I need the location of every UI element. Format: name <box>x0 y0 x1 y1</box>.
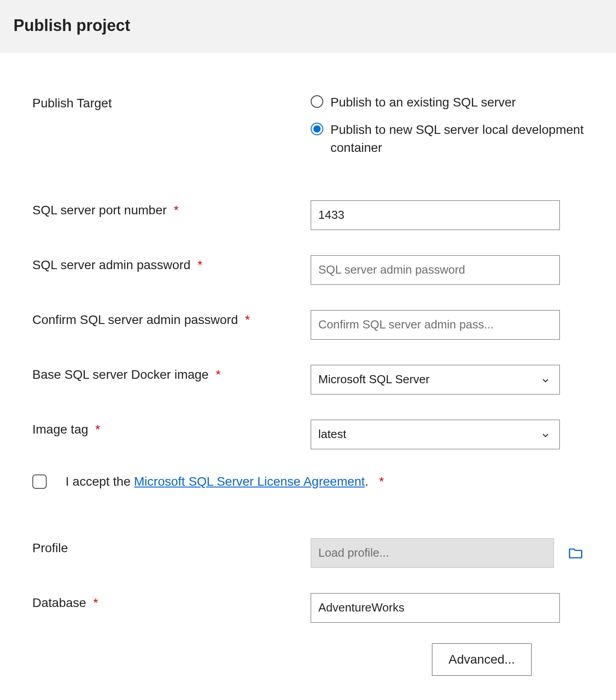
row-confirm-password: Confirm SQL server admin password * <box>32 310 584 340</box>
radio-existing-sql-label: Publish to an existing SQL server <box>330 93 516 112</box>
row-publish-target: Publish Target Publish to an existing SQ… <box>32 93 584 157</box>
label-admin-password: SQL server admin password * <box>32 255 311 272</box>
row-database: Database * <box>32 593 584 623</box>
row-license-accept: I accept the Microsoft SQL Server Licens… <box>32 474 584 489</box>
confirm-password-input[interactable] <box>311 310 560 340</box>
radio-existing-sql[interactable]: Publish to an existing SQL server <box>311 93 584 112</box>
docker-image-selected: Microsoft SQL Server <box>318 372 430 386</box>
license-agreement-link[interactable]: Microsoft SQL Server License Agreement <box>134 474 365 488</box>
license-suffix: . <box>365 474 369 488</box>
row-profile: Profile <box>32 538 584 568</box>
row-advanced: Advanced... <box>432 643 584 676</box>
required-mark: * <box>245 313 250 327</box>
page-title: Publish project <box>13 16 603 35</box>
dialog-header: Publish project <box>0 0 616 53</box>
label-admin-password-text: SQL server admin password <box>32 258 190 272</box>
docker-image-select[interactable]: Microsoft SQL Server <box>311 365 560 394</box>
radio-icon <box>311 95 323 108</box>
required-mark: * <box>93 596 98 610</box>
row-image-tag: Image tag * latest <box>32 420 584 449</box>
row-port: SQL server port number * <box>32 200 584 230</box>
admin-password-input[interactable] <box>311 255 560 285</box>
radio-new-container-label: Publish to new SQL server local developm… <box>330 121 584 157</box>
label-confirm-password-text: Confirm SQL server admin password <box>32 313 238 327</box>
required-mark: * <box>174 203 179 217</box>
label-profile: Profile <box>32 538 311 555</box>
label-database-text: Database <box>32 596 86 610</box>
label-confirm-password: Confirm SQL server admin password * <box>32 310 311 327</box>
port-input[interactable] <box>311 200 560 230</box>
advanced-button[interactable]: Advanced... <box>432 643 532 676</box>
row-docker-image: Base SQL server Docker image * Microsoft… <box>32 365 584 394</box>
row-admin-password: SQL server admin password * <box>32 255 584 285</box>
folder-open-icon[interactable] <box>568 545 584 561</box>
license-text: I accept the Microsoft SQL Server Licens… <box>66 474 384 489</box>
publish-target-radio-group: Publish to an existing SQL server Publis… <box>311 93 584 157</box>
required-mark: * <box>95 422 100 436</box>
accept-license-checkbox[interactable] <box>32 474 47 489</box>
label-port: SQL server port number * <box>32 200 311 217</box>
label-docker-image-text: Base SQL server Docker image <box>32 368 209 381</box>
required-mark: * <box>216 368 220 381</box>
radio-icon <box>311 123 323 135</box>
radio-new-container[interactable]: Publish to new SQL server local developm… <box>311 121 584 157</box>
label-image-tag: Image tag * <box>32 420 311 437</box>
label-publish-target: Publish Target <box>32 93 311 111</box>
image-tag-select[interactable]: latest <box>311 420 560 449</box>
image-tag-selected: latest <box>318 427 346 441</box>
license-prefix: I accept the <box>66 474 134 488</box>
database-input[interactable] <box>311 593 560 623</box>
label-port-text: SQL server port number <box>32 203 167 217</box>
chevron-down-icon <box>541 375 550 385</box>
required-mark: * <box>379 474 384 488</box>
label-image-tag-text: Image tag <box>32 422 88 436</box>
label-docker-image: Base SQL server Docker image * <box>32 365 311 382</box>
form-body: Publish Target Publish to an existing SQ… <box>0 53 616 700</box>
label-database: Database * <box>32 593 311 610</box>
chevron-down-icon <box>541 430 550 439</box>
required-mark: * <box>198 258 202 272</box>
profile-input[interactable] <box>311 538 554 568</box>
